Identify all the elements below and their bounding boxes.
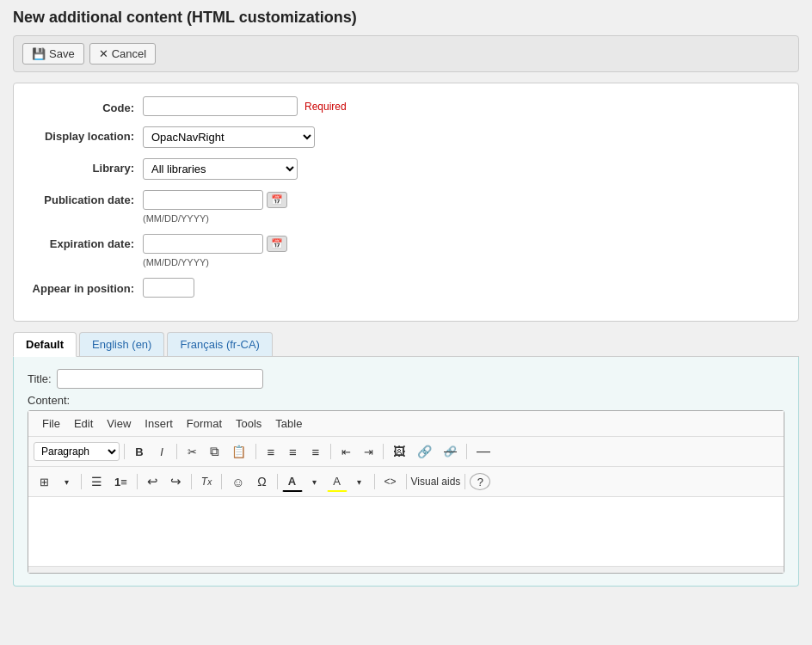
expiration-date-input[interactable] [143,234,263,254]
toolbar-sep-3 [255,444,256,459]
cut-button[interactable]: ✂ [181,442,202,462]
form-panel: Code: Required Display location: OpacNav… [13,83,799,322]
toolbar-sep-2 [176,444,177,459]
code-input[interactable] [143,96,298,116]
toolbar2-sep-3 [191,474,192,489]
menu-tools[interactable]: Tools [229,415,268,433]
toolbar-sep-1 [124,444,125,459]
menu-edit[interactable]: Edit [67,415,100,433]
hr-button[interactable]: — [471,440,495,463]
tab-default[interactable]: Default [13,332,77,357]
menu-table[interactable]: Table [268,415,309,433]
editor-toolbar-1: Paragraph Heading 1 Heading 2 Heading 3 … [28,437,784,467]
clear-format-button[interactable]: Tx [196,472,217,491]
save-button[interactable]: 💾 Save [22,43,84,64]
ordered-list-button[interactable]: 1≡ [109,472,132,492]
special-chars-button[interactable]: Ω [252,471,273,492]
library-select[interactable]: All libraries Branch 1 Branch 2 [143,158,298,180]
copy-button[interactable]: ⧉ [204,440,225,463]
required-indicator: Required [304,101,347,113]
publication-date-input[interactable] [143,190,263,210]
title-row: Title: [28,369,784,389]
page-title: New additional content (HTML customizati… [13,9,799,27]
expiration-date-row: Expiration date: 📅 (MM/DD/YYYY) [31,234,781,267]
publication-date-calendar-button[interactable]: 📅 [267,192,287,208]
bold-button[interactable]: B [129,442,150,462]
editor-resize-handle [28,566,784,573]
outdent-button[interactable]: ⇤ [335,442,356,462]
library-row: Library: All libraries Branch 1 Branch 2 [31,158,781,180]
redo-button[interactable]: ↪ [165,470,187,493]
toolbar2-sep-5 [277,474,278,489]
visual-aids-label: Visual aids [411,476,461,488]
publication-date-row: Publication date: 📅 (MM/DD/YYYY) [31,190,781,224]
library-label: Library: [31,158,143,175]
code-row: Code: Required [31,96,781,116]
appear-in-position-label: Appear in position: [31,278,143,297]
menu-insert[interactable]: Insert [138,415,180,433]
display-location-row: Display location: OpacNavRight OpacNavLe… [31,126,781,148]
indent-button[interactable]: ⇥ [358,442,378,462]
remove-link-button[interactable]: 🔗 [439,442,462,461]
tab-french[interactable]: Français (fr-CA) [167,332,272,356]
cancel-button[interactable]: ✕ Cancel [89,43,156,64]
italic-button[interactable]: I [151,442,172,462]
toolbar2-sep-4 [221,474,222,489]
toolbar2-sep-1 [81,474,82,489]
insert-image-button[interactable]: 🖼 [388,441,410,462]
title-label: Title: [28,372,52,385]
editor-body[interactable] [28,497,784,566]
table-button[interactable]: ⊞ [34,472,54,492]
publication-date-hint: (MM/DD/YYYY) [143,213,781,224]
tab-english[interactable]: English (en) [79,332,164,356]
insert-link-button[interactable]: 🔗 [412,441,437,462]
toolbar-sep-6 [466,444,467,459]
font-color-button[interactable]: A [282,471,303,492]
save-icon: 💾 [32,47,46,60]
paste-button[interactable]: 📋 [226,441,251,462]
editor-panel: Title: Content: File Edit View Insert Fo… [13,357,799,587]
editor-menubar: File Edit View Insert Format Tools Table [28,411,784,437]
expiration-date-calendar-button[interactable]: 📅 [267,236,287,252]
unordered-list-button[interactable]: ☰ [86,471,108,492]
paragraph-format-select[interactable]: Paragraph Heading 1 Heading 2 Heading 3 [34,442,120,461]
toolbar2-sep-2 [137,474,138,489]
source-code-button[interactable]: <> [379,472,402,491]
toolbar-sep-5 [383,444,384,459]
content-editor: File Edit View Insert Format Tools Table… [28,410,784,574]
title-input[interactable] [57,369,263,389]
menu-file[interactable]: File [35,415,67,433]
position-input[interactable] [143,278,194,298]
editor-toolbar-2: ⊞ ▾ ☰ 1≡ ↩ ↪ Tx ☺ Ω A ▾ A ▾ < [28,467,784,497]
emoji-button[interactable]: ☺ [226,471,249,493]
highlight-dropdown[interactable]: ▾ [349,476,370,488]
align-center-button[interactable]: ≡ [283,441,304,463]
appear-in-position-row: Appear in position: [31,278,781,298]
expiration-date-label: Expiration date: [31,234,143,250]
content-label: Content: [28,394,784,407]
action-toolbar: 💾 Save ✕ Cancel [13,35,799,72]
cancel-icon: ✕ [99,47,108,60]
table-dropdown-button[interactable]: ▾ [56,474,77,490]
language-tabs: Default English (en) Français (fr-CA) [13,332,799,357]
font-color-dropdown[interactable]: ▾ [304,476,325,488]
display-location-select[interactable]: OpacNavRight OpacNavLeft OpacNav OpacMai… [143,126,315,148]
undo-button[interactable]: ↩ [142,470,163,493]
toolbar2-sep-6 [374,474,375,489]
toolbar2-sep-8 [464,474,465,489]
align-left-button[interactable]: ≡ [261,441,281,463]
toolbar-sep-4 [330,444,331,459]
help-button[interactable]: ? [470,473,490,490]
expiration-date-hint: (MM/DD/YYYY) [143,257,781,267]
menu-format[interactable]: Format [180,415,229,433]
menu-view[interactable]: View [100,415,138,433]
publication-date-label: Publication date: [31,190,143,206]
highlight-button[interactable]: A [327,471,348,492]
toolbar2-sep-7 [406,474,407,489]
align-right-button[interactable]: ≡ [305,441,326,463]
display-location-label: Display location: [31,126,143,143]
code-label: Code: [31,98,143,114]
